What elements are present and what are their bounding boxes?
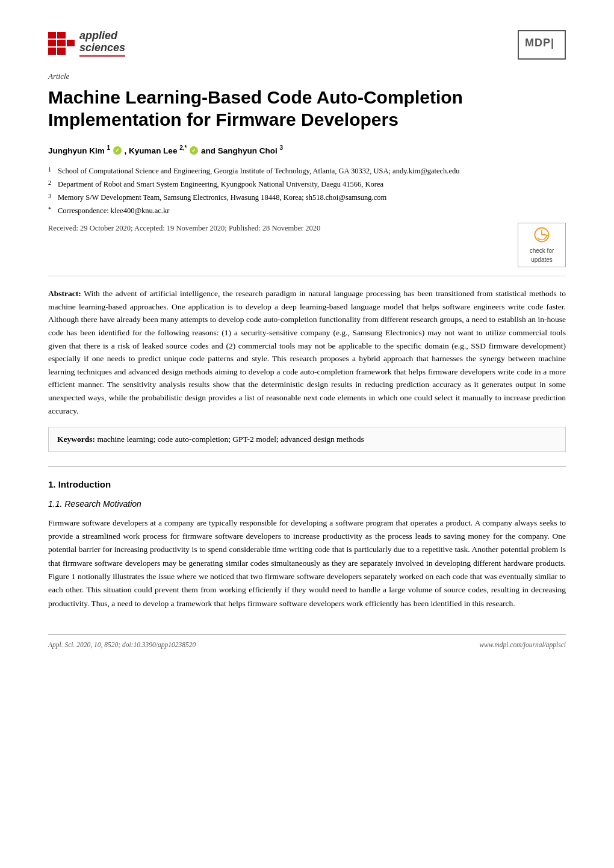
affiliations-list: 1 School of Computational Science and En… [48,165,566,217]
dates-row: Received: 29 October 2020; Accepted: 19 … [48,223,566,276]
correspondence: * Correspondence: klee400@knu.ac.kr [48,205,566,217]
logo-underline [79,55,125,57]
affil-num-2: 2 [48,178,55,190]
abstract-label: Abstract: [48,289,81,298]
keywords-text: machine learning; code auto-completion; … [95,435,364,444]
affil-text-2: Department of Robot and Smart System Eng… [58,178,383,190]
check-updates-icon [531,226,553,244]
abstract-text: With the advent of artificial intelligen… [48,289,566,415]
mdpi-logo: MDP| [518,30,566,60]
keywords-label: Keywords: [57,435,95,444]
section-1-subtitle: 1.1. Research Motivation [48,498,566,510]
affiliation-1: 1 School of Computational Science and En… [48,165,566,177]
affil-text-1: School of Computational Science and Engi… [58,165,459,177]
figure-ref-1: 1 [72,572,76,581]
correspondence-marker: * [48,205,55,217]
footer-bar: Appl. Sci. 2020, 10, 8520; doi:10.3390/a… [48,634,566,650]
author-2-affil: 2,* [179,144,187,151]
applied-sciences-logo: applied sciences [48,30,125,57]
affil-num-1: 1 [48,165,55,177]
check-updates-line1: check for [530,246,554,255]
section-1-body: Firmware software developers at a compan… [48,516,566,610]
keywords-section: Keywords: machine learning; code auto-co… [48,427,566,452]
logo-sciences-text: sciences [79,42,125,54]
authors-line: Junghyun Kim 1 ✓ , Kyuman Lee 2,* ✓ and … [48,143,566,157]
author-separator-1: , Kyuman Lee [125,146,178,155]
affiliation-2: 2 Department of Robot and Smart System E… [48,178,566,190]
abstract-section: Abstract: With the advent of artificial … [48,287,566,417]
author-1-affil: 1 [107,144,111,151]
section-divider [48,467,566,467]
section-1-title: 1. Introduction [48,478,566,492]
author-1: Junghyun Kim [48,146,105,155]
affil-num-3: 3 [48,191,55,203]
orcid-icon-1: ✓ [113,146,122,155]
article-type: Article [48,70,566,82]
affiliation-3: 3 Memory S/W Development Team, Samsung E… [48,191,566,203]
svg-text:MDP|: MDP| [525,37,554,49]
check-updates-line2: updates [531,255,553,264]
publication-dates: Received: 29 October 2020; Accepted: 19 … [48,223,320,234]
author-3-affil: 3 [279,144,283,151]
logo-text-block: applied sciences [79,30,125,57]
check-updates-badge[interactable]: check for updates [518,223,566,267]
logo-applied-text: applied [79,30,125,42]
logo-grid-icon [48,32,75,55]
author-separator-2: and Sanghyun Choi [201,146,278,155]
orcid-icon-2: ✓ [190,146,198,155]
affiliations: 1 School of Computational Science and En… [48,165,566,217]
affil-text-3: Memory S/W Development Team, Samsung Ele… [58,191,386,203]
header-logos: applied sciences MDP| [48,30,566,60]
correspondence-text: Correspondence: klee400@knu.ac.kr [58,205,169,217]
page: applied sciences MDP| Article Machine Le… [0,0,614,868]
footer-left: Appl. Sci. 2020, 10, 8520; doi:10.3390/a… [48,640,196,650]
article-title: Machine Learning-Based Code Auto-Complet… [48,86,566,131]
footer-right: www.mdpi.com/journal/applsci [479,640,566,650]
